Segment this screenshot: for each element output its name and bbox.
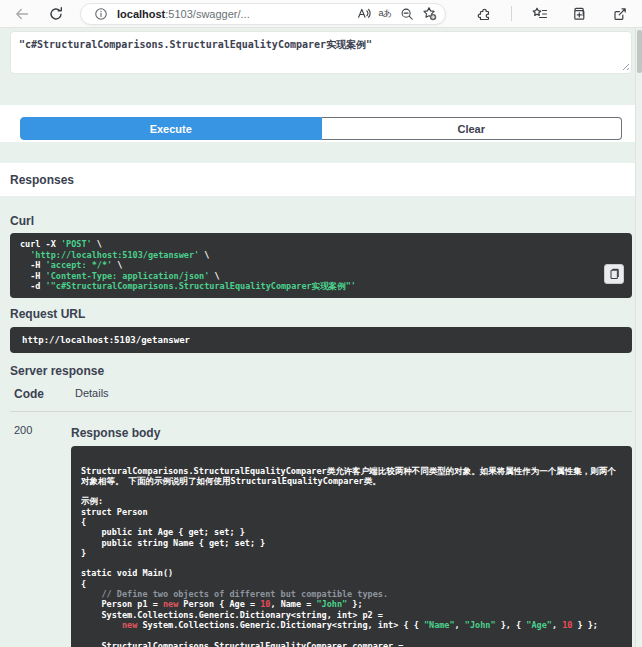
collections-icon[interactable] [568,2,592,26]
request-url-label: Request URL [10,307,632,321]
code-column-header: Code [14,387,75,401]
favorites-icon[interactable] [528,2,552,26]
url-path: :5103/swagger/... [165,8,249,20]
browser-window: localhost:5103/swagger/... aあ [0,0,642,647]
execute-button[interactable]: Execute [20,117,322,140]
request-url-value: http://localhost:5103/getanswer [22,335,190,345]
add-favorite-icon[interactable] [419,4,439,24]
curl-block: curl -X 'POST' \ 'http://localhost:5103/… [10,233,632,298]
clipboard-icon [608,268,620,280]
response-body-block: StructuralComparisons.StructuralEquality… [71,446,632,647]
extensions-icon[interactable] [471,2,495,26]
page-info-icon[interactable] [91,4,111,24]
curl-label: Curl [10,214,632,228]
page-scrollbar[interactable] [635,28,642,647]
translate-icon[interactable]: aあ [375,4,395,24]
server-response-label: Server response [10,364,632,378]
details-column-header: Details [75,387,109,401]
request-body-textarea[interactable]: "c#StructuralComparisons.StructuralEqual… [10,31,632,74]
responses-header: Responses [0,163,642,197]
clear-button[interactable]: Clear [322,117,623,140]
response-row-200: 200 Response body StructuralComparisons.… [10,412,632,647]
scrollbar-thumb[interactable] [637,30,642,73]
copy-to-clipboard-button[interactable] [604,264,624,284]
responses-section: Curl curl -X 'POST' \ 'http://localhost:… [0,214,642,647]
address-bar[interactable]: localhost:5103/swagger/... aあ [80,3,446,25]
status-code: 200 [10,412,71,647]
swagger-content: "c#StructuralComparisons.StructuralEqual… [0,28,642,647]
responses-title: Responses [10,173,74,187]
response-body-label: Response body [71,426,632,440]
execute-band: Execute Clear [0,105,642,142]
url-text: localhost:5103/swagger/... [117,8,351,20]
browser-toolbar: localhost:5103/swagger/... aあ [0,0,642,28]
back-icon[interactable] [10,2,34,26]
toolbar-right-icons [455,2,632,26]
toolbar-divider [511,6,512,21]
server-response-table: Code Details 200 Response body Structura… [10,387,632,647]
url-host: localhost [117,8,165,20]
read-aloud-icon[interactable] [353,4,373,24]
request-url-block: http://localhost:5103/getanswer [10,327,632,353]
zoom-out-icon[interactable] [397,4,417,24]
request-body-area: "c#StructuralComparisons.StructuralEqual… [0,28,642,74]
share-icon[interactable] [608,2,632,26]
refresh-icon[interactable] [44,2,68,26]
response-table-header: Code Details [10,387,632,412]
